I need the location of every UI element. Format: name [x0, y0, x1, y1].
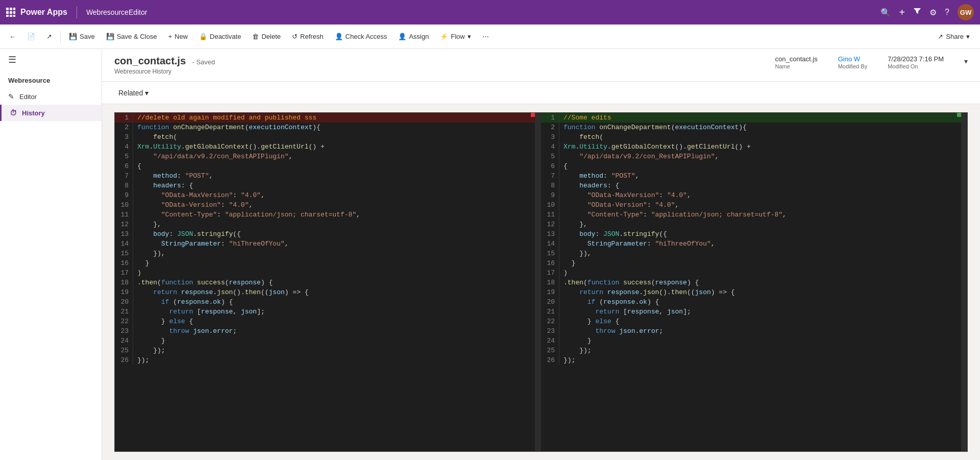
svg-rect-6 [6, 15, 9, 17]
filter-icon[interactable] [913, 7, 921, 17]
code-line-left-16: 16 } [115, 258, 535, 268]
sidebar-toggle[interactable]: ☰ [0, 49, 102, 70]
code-line-left-15: 15 }), [115, 249, 535, 258]
refresh-button[interactable]: ↺ Refresh [287, 30, 329, 43]
code-line-right-25: 25 }); [541, 346, 961, 355]
check-access-button[interactable]: 👤 Check Access [330, 30, 393, 43]
left-scrollbar[interactable] [535, 113, 541, 451]
delete-button[interactable]: 🗑 Delete [247, 30, 286, 43]
assign-button[interactable]: 👤 Assign [393, 30, 434, 43]
flow-icon: ⚡ [440, 33, 448, 40]
app-grid-icon[interactable] [6, 8, 15, 17]
code-line-right-23: 23 throw json.error; [541, 326, 961, 336]
editor-icon: ✎ [8, 92, 14, 101]
svg-rect-8 [13, 15, 15, 17]
svg-rect-4 [10, 11, 12, 14]
avatar[interactable]: GW [958, 4, 974, 20]
code-line-right-5: 5 "/api/data/v9.2/con_RestAPIPlugin", [541, 152, 961, 161]
code-line-left-19: 19 return response.json().then((json) =>… [115, 287, 535, 297]
code-line-left-11: 11 "Content-Type": "application/json; ch… [115, 210, 535, 220]
document-button[interactable]: 📄 [22, 30, 40, 43]
code-line-right-16: 16 } [541, 258, 961, 268]
code-line-right-8: 8 headers: { [541, 181, 961, 190]
code-line-right-17: 17 ) [541, 268, 961, 278]
code-line-right-13: 13 body: JSON.stringify({ [541, 229, 961, 239]
code-line-right-12: 12 }, [541, 220, 961, 229]
toolbar: ← 📄 ↗ 💾 Save 💾 Save & Close + New 🔒 Deac… [0, 25, 980, 49]
record-header: con_contact.js - Saved Webresource Histo… [102, 49, 980, 82]
code-line-right-26: 26 }); [541, 355, 961, 365]
sidebar-item-history[interactable]: ⏱ History [0, 105, 102, 121]
code-line-right-4: 4 Xrm.Utility.getGlobalContext().getClie… [541, 142, 961, 152]
code-line-right-24: 24 } [541, 336, 961, 346]
refresh-icon: ↺ [292, 33, 298, 40]
code-line-left-14: 14 StringParameter: "hiThreeOfYou", [115, 239, 535, 249]
code-line-left-2: 2 function onChangeDepartment(executionC… [115, 123, 535, 132]
code-line-left-4: 4 Xrm.Utility.getGlobalContext().getClie… [115, 142, 535, 152]
record-subtitle: Webresource History [114, 68, 215, 75]
more-button[interactable]: ⋯ [477, 30, 494, 43]
back-button[interactable]: ← [4, 30, 21, 43]
share-button[interactable]: ↗ Share ▾ [932, 30, 976, 43]
deactivate-icon: 🔒 [199, 33, 207, 40]
svg-rect-7 [10, 15, 12, 17]
code-line-right-7: 7 method: "POST", [541, 171, 961, 181]
svg-rect-1 [10, 8, 12, 10]
diff-pane-left[interactable]: 1 //delete old again modified and publis… [115, 113, 535, 451]
code-line-left-23: 23 throw json.error; [115, 326, 535, 336]
right-corner-indicator [957, 113, 961, 117]
code-line-left-10: 10 "OData-Version": "4.0", [115, 200, 535, 210]
record-name: con_contact.js [114, 55, 186, 66]
settings-icon[interactable]: ⚙ [929, 8, 937, 17]
sidebar-item-editor[interactable]: ✎ Editor [0, 88, 102, 105]
record-title-area: con_contact.js - Saved Webresource Histo… [114, 55, 215, 75]
right-scrollbar[interactable] [961, 113, 967, 451]
left-corner-indicator [531, 113, 535, 117]
meta-modified-on: 7/28/2023 7:16 PM Modified On [888, 55, 944, 69]
expand-icon[interactable]: ▾ [964, 57, 968, 65]
document-icon: 📄 [27, 33, 35, 40]
new-icon: + [168, 33, 172, 40]
code-line-right-18: 18 .then(function success(response) { [541, 278, 961, 287]
save-button[interactable]: 💾 Save [64, 30, 100, 43]
add-icon[interactable]: + [899, 7, 905, 18]
flow-button[interactable]: ⚡ Flow ▾ [435, 30, 476, 43]
help-icon[interactable]: ? [945, 8, 949, 17]
related-chevron-icon: ▾ [145, 89, 149, 97]
code-line-right-3: 3 fetch( [541, 132, 961, 142]
deactivate-button[interactable]: 🔒 Deactivate [194, 30, 246, 43]
code-line-right-9: 9 "OData-MaxVersion": "4.0", [541, 190, 961, 200]
code-line-right-19: 19 return response.json().then((json) =>… [541, 287, 961, 297]
top-navigation: Power Apps WebresourceEditor 🔍 + ⚙ ? GW [0, 0, 980, 25]
save-close-button[interactable]: 💾 Save & Close [101, 30, 162, 43]
page-title: WebresourceEditor [86, 8, 148, 16]
meta-modified-by: Gino W Modified By [838, 55, 867, 69]
related-bar: Related ▾ [102, 82, 980, 104]
related-dropdown[interactable]: Related ▾ [114, 87, 153, 99]
save-icon: 💾 [69, 33, 77, 40]
search-icon[interactable]: 🔍 [880, 8, 891, 17]
nav-separator [77, 6, 77, 18]
meta-modified-on-label: Modified On [888, 63, 944, 69]
diff-pane-right[interactable]: 1 //Some edits 2 function onChangeDepart… [541, 113, 961, 451]
nav-icons: 🔍 + ⚙ ? GW [880, 4, 974, 20]
saved-badge: - Saved [192, 58, 215, 66]
svg-rect-3 [6, 11, 9, 14]
toolbar-divider-1 [60, 31, 61, 43]
assign-icon: 👤 [398, 33, 406, 40]
svg-rect-0 [6, 8, 9, 10]
new-button[interactable]: + New [163, 30, 193, 43]
meta-modified-by-value[interactable]: Gino W [838, 55, 867, 63]
code-line-left-22: 22 } else { [115, 317, 535, 326]
content-area: con_contact.js - Saved Webresource Histo… [102, 49, 980, 460]
code-line-left-20: 20 if (response.ok) { [115, 297, 535, 307]
code-line-right-20: 20 if (response.ok) { [541, 297, 961, 307]
svg-rect-2 [13, 8, 15, 10]
main-layout: ☰ Webresource ✎ Editor ⏱ History con_con… [0, 49, 980, 460]
code-line-left-8: 8 headers: { [115, 181, 535, 190]
delete-icon: 🗑 [252, 33, 259, 40]
code-line-right-22: 22 } else { [541, 317, 961, 326]
code-line-left-26: 26 }); [115, 355, 535, 365]
open-button[interactable]: ↗ [41, 30, 57, 43]
meta-modified-by-label: Modified By [838, 63, 867, 69]
